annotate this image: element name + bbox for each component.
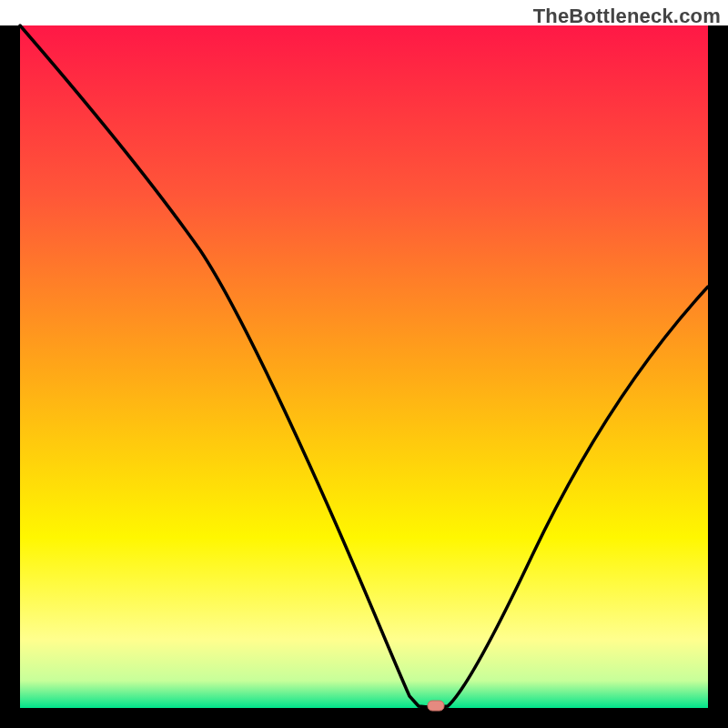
watermark-text: TheBottleneck.com bbox=[533, 5, 721, 28]
bottleneck-chart bbox=[0, 0, 728, 728]
frame-left bbox=[0, 25, 20, 728]
frame-bottom bbox=[0, 708, 728, 728]
frame-right bbox=[708, 25, 728, 728]
gradient-bg bbox=[20, 25, 708, 708]
optimal-point-marker bbox=[428, 701, 444, 711]
